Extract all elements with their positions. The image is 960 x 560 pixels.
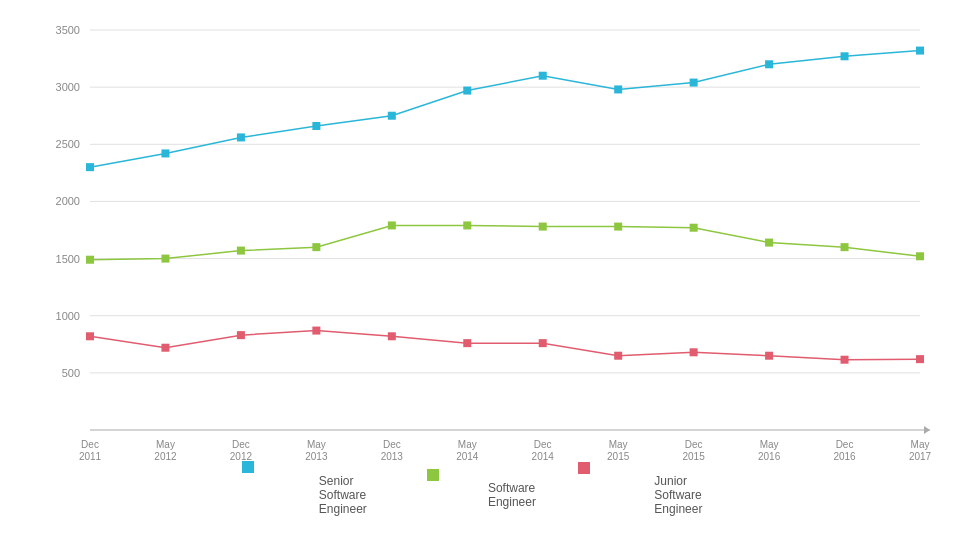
svg-rect-60: [690, 224, 698, 232]
svg-rect-44: [388, 112, 396, 120]
svg-rect-56: [388, 221, 396, 229]
legend-item-senior: Senior Software Engineer: [240, 459, 385, 530]
svg-rect-57: [463, 221, 471, 229]
svg-rect-76: [242, 461, 254, 473]
svg-rect-46: [539, 72, 547, 80]
svg-text:500: 500: [62, 367, 80, 379]
legend-item-junior: Junior Software Engineer: [576, 460, 720, 530]
svg-rect-64: [86, 332, 94, 340]
svg-text:Dec: Dec: [836, 439, 854, 450]
svg-text:Dec: Dec: [232, 439, 250, 450]
svg-rect-40: [86, 163, 94, 171]
legend-icon-junior: [576, 460, 646, 530]
svg-rect-50: [841, 52, 849, 60]
svg-text:May: May: [156, 439, 175, 450]
svg-text:Dec: Dec: [81, 439, 99, 450]
legend-item-software: Software Engineer: [425, 467, 536, 522]
svg-rect-61: [765, 239, 773, 247]
svg-text:May: May: [307, 439, 326, 450]
chart-legend: Senior Software Engineer Software Engine…: [240, 459, 720, 530]
svg-rect-51: [916, 47, 924, 55]
svg-rect-67: [312, 327, 320, 335]
svg-rect-63: [916, 252, 924, 260]
svg-rect-41: [161, 149, 169, 157]
legend-label-software: Software Engineer: [488, 481, 536, 509]
svg-text:May: May: [609, 439, 628, 450]
svg-rect-45: [463, 87, 471, 95]
svg-text:2012: 2012: [154, 451, 177, 462]
svg-rect-53: [161, 255, 169, 263]
svg-text:Dec: Dec: [534, 439, 552, 450]
legend-label-junior: Junior Software Engineer: [654, 474, 720, 516]
svg-rect-74: [841, 356, 849, 364]
svg-rect-71: [614, 352, 622, 360]
svg-rect-52: [86, 256, 94, 264]
svg-rect-73: [765, 352, 773, 360]
legend-icon-software: [425, 467, 480, 522]
svg-rect-78: [578, 462, 590, 474]
svg-marker-15: [924, 426, 930, 434]
svg-text:2016: 2016: [758, 451, 781, 462]
svg-text:2017: 2017: [909, 451, 932, 462]
svg-rect-59: [614, 223, 622, 231]
svg-rect-54: [237, 247, 245, 255]
svg-text:2016: 2016: [833, 451, 856, 462]
svg-text:3000: 3000: [56, 81, 80, 93]
svg-rect-69: [463, 339, 471, 347]
svg-rect-58: [539, 223, 547, 231]
svg-rect-70: [539, 339, 547, 347]
chart-container: 500100015002000250030003500Dec2011May201…: [0, 0, 960, 560]
svg-rect-77: [427, 469, 439, 481]
svg-text:May: May: [760, 439, 779, 450]
legend-label-senior: Senior Software Engineer: [319, 474, 386, 516]
svg-text:May: May: [911, 439, 930, 450]
svg-text:1000: 1000: [56, 310, 80, 322]
svg-rect-68: [388, 332, 396, 340]
svg-rect-49: [765, 60, 773, 68]
svg-text:1500: 1500: [56, 253, 80, 265]
svg-text:2500: 2500: [56, 138, 80, 150]
svg-rect-65: [161, 344, 169, 352]
svg-text:2000: 2000: [56, 195, 80, 207]
svg-rect-55: [312, 243, 320, 251]
svg-rect-47: [614, 85, 622, 93]
svg-rect-66: [237, 331, 245, 339]
svg-text:Dec: Dec: [685, 439, 703, 450]
svg-rect-48: [690, 79, 698, 87]
svg-text:2011: 2011: [79, 451, 102, 462]
svg-rect-42: [237, 133, 245, 141]
svg-rect-62: [841, 243, 849, 251]
svg-text:May: May: [458, 439, 477, 450]
svg-rect-43: [312, 122, 320, 130]
svg-rect-72: [690, 348, 698, 356]
svg-text:Dec: Dec: [383, 439, 401, 450]
legend-icon-senior: [240, 459, 311, 530]
svg-rect-75: [916, 355, 924, 363]
svg-text:3500: 3500: [56, 24, 80, 36]
